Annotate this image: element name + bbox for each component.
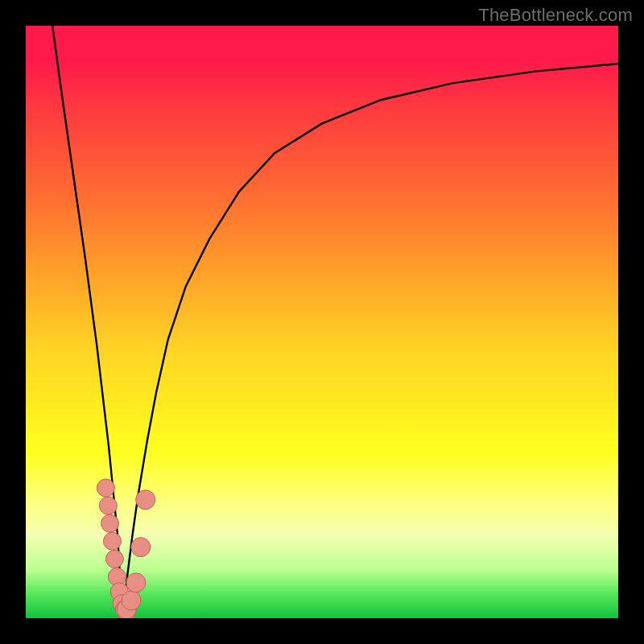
data-marker [103, 532, 121, 550]
data-marker [99, 497, 117, 514]
data-marker [122, 591, 141, 610]
chart-svg [26, 26, 618, 618]
data-marker [136, 490, 155, 510]
data-marker [105, 550, 123, 568]
bottleneck-curve [52, 26, 618, 618]
marker-layer [97, 479, 155, 618]
attribution-text: TheBottleneck.com [478, 5, 633, 26]
data-marker [126, 573, 146, 592]
data-marker [131, 538, 151, 557]
outer-frame: TheBottleneck.com [0, 0, 644, 644]
curve-layer [52, 26, 618, 618]
data-marker [101, 514, 119, 532]
plot-area [26, 26, 618, 618]
data-marker [97, 479, 114, 497]
